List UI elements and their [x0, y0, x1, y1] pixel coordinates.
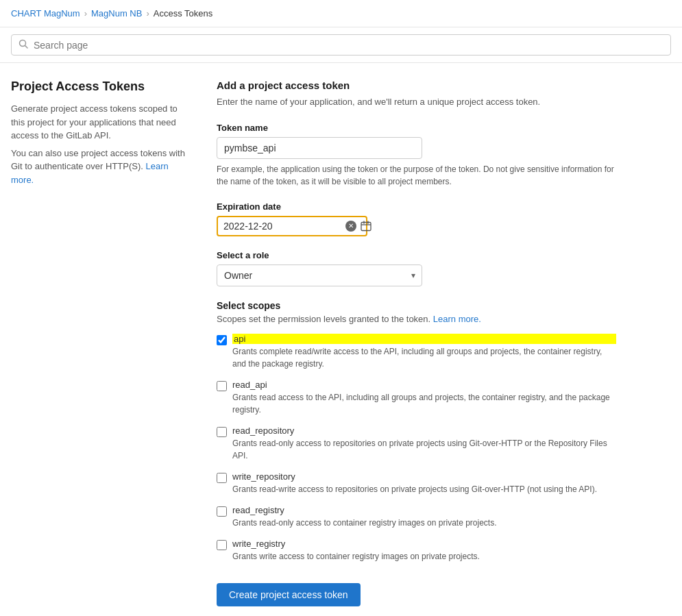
breadcrumb-link-magnum[interactable]: MagNum NB — [91, 8, 142, 19]
scope-info-read_repository: read_repositoryGrants read-only access t… — [232, 426, 616, 462]
role-group: Select a role Guest Reporter Developer M… — [217, 250, 655, 286]
search-input[interactable] — [34, 40, 663, 51]
scope-info-read_registry: read_registryGrants read-only access to … — [232, 505, 497, 529]
scopes-title: Select scopes — [217, 300, 655, 311]
search-bar-wrapper — [0, 27, 682, 63]
scope-item: write_repositoryGrants read-write access… — [217, 471, 655, 495]
create-token-button[interactable]: Create project access token — [217, 583, 361, 606]
scope-info-read_api: read_apiGrants read access to the API, i… — [232, 380, 616, 416]
scope-checkbox-read_repository[interactable] — [217, 427, 227, 437]
left-description-1: Generate project access tokens scoped to… — [11, 102, 189, 143]
search-icon — [19, 39, 28, 51]
token-name-label: Token name — [217, 123, 655, 133]
date-input-wrapper: ✕ — [217, 216, 367, 236]
scopes-desc: Scopes set the permission levels granted… — [217, 314, 655, 324]
scopes-list: apiGrants complete read/write access to … — [217, 334, 655, 563]
calendar-icon — [361, 221, 372, 232]
scopes-group: Select scopes Scopes set the permission … — [217, 300, 655, 563]
role-label: Select a role — [217, 250, 655, 260]
scope-desc-write_repository: Grants read-write access to repositories… — [232, 483, 597, 495]
form-section-title: Add a project access token — [217, 79, 655, 91]
right-panel: Add a project access token Enter the nam… — [217, 79, 655, 606]
scope-checkbox-api[interactable] — [217, 335, 227, 345]
role-select-wrapper: Guest Reporter Developer Maintainer Owne… — [217, 264, 422, 286]
expiration-label: Expiration date — [217, 201, 655, 212]
search-bar — [11, 34, 671, 56]
scope-checkbox-read_registry[interactable] — [217, 506, 227, 517]
scope-name-api: api — [232, 334, 616, 344]
scope-desc-read_api: Grants read access to the API, including… — [232, 391, 616, 416]
scope-desc-read_repository: Grants read-only access to repositories … — [232, 437, 616, 462]
scope-item: write_registryGrants write access to con… — [217, 539, 655, 563]
scope-name-read_api: read_api — [232, 380, 616, 390]
scope-desc-write_registry: Grants write access to container registr… — [232, 550, 480, 563]
scope-name-read_repository: read_repository — [232, 426, 616, 436]
token-name-group: Token name For example, the application … — [217, 123, 655, 188]
token-name-input[interactable] — [217, 137, 422, 159]
scope-info-write_repository: write_repositoryGrants read-write access… — [232, 471, 597, 495]
scopes-learn-more-link[interactable]: Learn more. — [433, 314, 481, 324]
form-section-desc: Enter the name of your application, and … — [217, 95, 655, 109]
scope-name-write_repository: write_repository — [232, 471, 597, 482]
token-name-hint: For example, the application using the t… — [217, 163, 614, 188]
scope-info-write_registry: write_registryGrants write access to con… — [232, 539, 480, 563]
breadcrumb-sep-2: › — [146, 8, 149, 19]
left-panel: Project Access Tokens Generate project a… — [11, 79, 189, 606]
breadcrumb-link-chart[interactable]: CHART MagNum — [11, 8, 80, 19]
breadcrumb-current: Access Tokens — [154, 8, 212, 19]
expiration-group: Expiration date ✕ — [217, 201, 655, 236]
scope-checkbox-write_registry[interactable] — [217, 540, 227, 550]
svg-line-1 — [25, 46, 28, 49]
date-clear-button[interactable]: ✕ — [343, 221, 358, 232]
breadcrumb-sep-1: › — [84, 8, 87, 19]
svg-rect-2 — [361, 222, 371, 230]
scope-item: apiGrants complete read/write access to … — [217, 334, 655, 370]
left-description-2: You can also use project access tokens w… — [11, 147, 189, 187]
page-title: Project Access Tokens — [11, 79, 189, 94]
scope-name-write_registry: write_registry — [232, 539, 480, 549]
scope-desc-read_registry: Grants read-only access to container reg… — [232, 517, 497, 529]
expiration-input[interactable] — [223, 221, 343, 232]
scope-checkbox-write_repository[interactable] — [217, 473, 227, 483]
scope-item: read_repositoryGrants read-only access t… — [217, 426, 655, 462]
scope-item: read_registryGrants read-only access to … — [217, 505, 655, 529]
role-select[interactable]: Guest Reporter Developer Maintainer Owne… — [217, 264, 422, 286]
scope-checkbox-read_api[interactable] — [217, 381, 227, 391]
scope-desc-api: Grants complete read/write access to the… — [232, 345, 616, 370]
date-picker-button[interactable] — [358, 221, 374, 232]
breadcrumb: CHART MagNum › MagNum NB › Access Tokens — [0, 0, 682, 27]
clear-icon: ✕ — [345, 221, 356, 232]
scope-item: read_apiGrants read access to the API, i… — [217, 380, 655, 416]
scope-info-api: apiGrants complete read/write access to … — [232, 334, 616, 370]
scope-name-read_registry: read_registry — [232, 505, 497, 515]
